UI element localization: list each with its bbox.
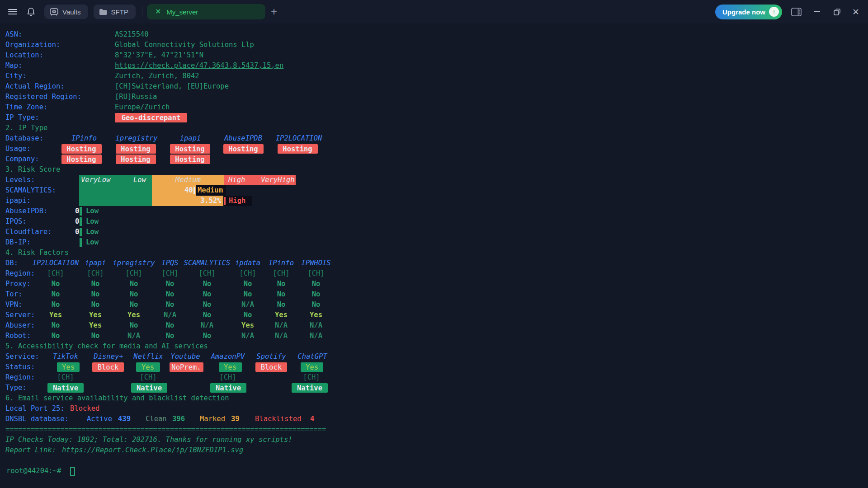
terminal-text: ipapi: bbox=[5, 196, 31, 206]
terminal-text: Cloudflare: bbox=[5, 227, 52, 237]
new-tab-button[interactable]: + bbox=[271, 5, 277, 18]
terminal-text: N/A bbox=[241, 300, 254, 310]
terminal-text: ipdata bbox=[235, 258, 260, 268]
terminal-text: [CH] bbox=[125, 268, 142, 279]
terminal-text: Netflix bbox=[133, 352, 163, 362]
terminal-text: Proxy: bbox=[5, 279, 31, 289]
terminal-text: 4 bbox=[310, 414, 314, 424]
status-badge: Block bbox=[255, 362, 287, 372]
bell-icon bbox=[27, 7, 35, 17]
terminal-text: [CH] bbox=[87, 268, 104, 279]
terminal-text: No bbox=[166, 279, 175, 289]
terminal-line: Status:YesBlockYesNoPrem.YesBlockYes bbox=[0, 362, 868, 372]
terminal-text: AbuseIPDB bbox=[224, 133, 262, 144]
terminal-text: Low bbox=[86, 206, 99, 216]
terminal-text: Youtube bbox=[170, 352, 200, 362]
terminal-text: No bbox=[312, 300, 321, 310]
ip-type-badge: Geo-discrepant bbox=[115, 113, 187, 122]
terminal-text: N/A bbox=[241, 331, 254, 341]
tab-my-server[interactable]: ✕ My_server bbox=[147, 4, 265, 19]
terminal-text: Low bbox=[86, 237, 99, 248]
terminal-text: Registered Region: bbox=[5, 92, 81, 102]
terminal-line: IPQS:0Low bbox=[0, 216, 868, 227]
separator: ========================================… bbox=[5, 424, 326, 435]
sftp-button[interactable]: SFTP bbox=[94, 5, 136, 19]
terminal-text: Active bbox=[87, 414, 112, 424]
terminal-text: No bbox=[203, 300, 212, 310]
status-badge: Hosting bbox=[170, 155, 210, 164]
terminal-text: AbuseIPDB: bbox=[5, 206, 47, 216]
status-badge: Hosting bbox=[223, 144, 264, 154]
terminal-line: Organization:Global Connectivity Solutio… bbox=[0, 40, 868, 50]
terminal-text: Global Connectivity Solutions Llp bbox=[115, 40, 254, 50]
terminal-text: [CH] bbox=[161, 268, 178, 279]
terminal-line: DNSBL database:Active439Clean396Marked39… bbox=[0, 414, 868, 424]
terminal-line: AbuseIPDB:0Low bbox=[0, 206, 868, 216]
terminal-text: Map: bbox=[5, 61, 22, 71]
close-tab-icon[interactable]: ✕ bbox=[155, 8, 161, 15]
terminal-text: Company: bbox=[5, 154, 39, 164]
status-badge: Yes bbox=[219, 362, 242, 372]
terminal-text: N/A bbox=[310, 320, 322, 331]
terminal-line: Type:NativeNativeNativeNative bbox=[0, 383, 868, 393]
terminal-text: TikTok bbox=[53, 352, 78, 362]
terminal-text: ipapi bbox=[85, 258, 106, 268]
toggle-panel-button[interactable] bbox=[788, 4, 804, 19]
terminal-line: Cloudflare:0Low bbox=[0, 227, 868, 237]
terminal-line: Abuser:NoYesNoNoN/AYesN/AN/A bbox=[0, 320, 868, 331]
vaults-button[interactable]: Vaults bbox=[44, 5, 88, 19]
terminal-text: Region: bbox=[5, 372, 35, 383]
terminal-text: [CH] bbox=[273, 268, 289, 279]
terminal-line: ipapi:3.52%High bbox=[0, 196, 868, 206]
upgrade-button[interactable]: Upgrade now ↑ bbox=[715, 5, 782, 19]
terminal-text: No bbox=[203, 331, 212, 341]
terminal-text: N/A bbox=[310, 331, 322, 341]
terminal[interactable]: ASN:AS215540Organization:Global Connecti… bbox=[0, 23, 868, 488]
terminal-text: DB-IP: bbox=[5, 237, 31, 248]
notifications-button[interactable] bbox=[23, 4, 39, 20]
terminal-line: DB-IP:Low bbox=[0, 237, 868, 248]
terminal-text: Clean bbox=[146, 414, 167, 424]
minimize-button[interactable] bbox=[809, 4, 825, 19]
terminal-text: [RU]Russia bbox=[115, 92, 157, 102]
terminal-text: DNSBL database: bbox=[5, 414, 69, 424]
terminal-text: No bbox=[244, 289, 252, 300]
status-badge: Hosting bbox=[61, 155, 102, 164]
terminal-text: Disney+ bbox=[94, 352, 123, 362]
terminal-text: No bbox=[130, 279, 138, 289]
restore-button[interactable] bbox=[829, 4, 844, 19]
section-email: 6. Email service availability and blackl… bbox=[5, 393, 229, 404]
terminal-text: ChatGPT bbox=[297, 352, 327, 362]
status-badge: Native bbox=[210, 383, 246, 393]
vaults-label: Vaults bbox=[62, 8, 81, 16]
terminal-text: [CH]Switzerland, [EU]Europe bbox=[115, 81, 229, 92]
report-link[interactable]: https://Report.Check.Place/ip/1BNZFDIP1.… bbox=[62, 445, 243, 455]
terminal-text: Time Zone: bbox=[5, 102, 47, 113]
terminal-text: Organization: bbox=[5, 40, 60, 50]
terminal-text: No bbox=[52, 300, 60, 310]
terminal-line: IP Type:Geo-discrepant bbox=[0, 113, 868, 123]
menu-button[interactable] bbox=[5, 4, 21, 20]
terminal-text: 0 bbox=[75, 206, 79, 216]
close-window-button[interactable]: ✕ bbox=[848, 4, 863, 19]
map-link[interactable]: https://check.place/47.3643,8.5437,15,en bbox=[115, 61, 283, 71]
section-risk-score: 3. Risk Score bbox=[5, 164, 60, 175]
terminal-text: Medium bbox=[175, 175, 201, 185]
terminal-line: root@44204:~# bbox=[0, 466, 868, 476]
terminal-text: AS215540 bbox=[115, 29, 149, 40]
terminal-line: Map:https://check.place/47.3643,8.5437,1… bbox=[0, 61, 868, 71]
restore-icon bbox=[834, 9, 840, 15]
terminal-line: Location:8°32'37"E, 47°21'51"N bbox=[0, 50, 868, 61]
terminal-line: IP Checks Today: 1892; Total: 202716. Th… bbox=[0, 435, 868, 445]
terminal-text: No bbox=[166, 320, 175, 331]
terminal-line: Service:TikTokDisney+NetflixYoutubeAmazo… bbox=[0, 352, 868, 362]
terminal-text: AmazonPV bbox=[211, 352, 245, 362]
terminal-text: Medium bbox=[198, 185, 223, 196]
titlebar-divider bbox=[142, 6, 142, 17]
status-badge: Hosting bbox=[116, 144, 156, 154]
terminal-text: ASN: bbox=[5, 29, 22, 40]
terminal-text: SCAMALYTICS: bbox=[5, 185, 56, 196]
status-badge: Yes bbox=[301, 362, 323, 372]
terminal-line: Usage:HostingHostingHostingHostingHostin… bbox=[0, 144, 868, 154]
terminal-text: Usage: bbox=[5, 144, 31, 154]
